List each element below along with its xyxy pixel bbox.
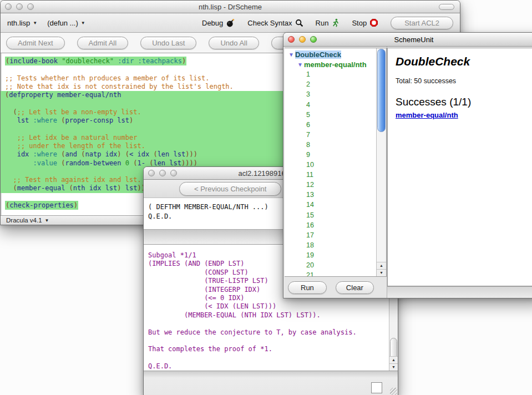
start-acl2-button[interactable]: Start ACL2 <box>391 17 453 29</box>
tree-item[interactable]: 11 <box>285 170 377 180</box>
run-button[interactable]: Run <box>316 18 340 27</box>
tree-item-label: 7 <box>306 131 310 139</box>
tree-item-label: 3 <box>306 90 310 98</box>
stop-button[interactable]: Stop <box>352 18 378 27</box>
proof-line <box>148 320 398 328</box>
resize-grip[interactable] <box>390 388 397 395</box>
bomb-icon <box>226 18 235 27</box>
runner-icon <box>331 18 340 27</box>
tree-item[interactable]: 20 <box>285 260 377 270</box>
zoom-button[interactable] <box>27 3 34 10</box>
tree-item-label: 14 <box>306 201 314 209</box>
tree-item-label: 15 <box>306 211 314 219</box>
scroll-down-arrow[interactable]: ▼ <box>389 363 398 371</box>
tree-item[interactable]: 18 <box>285 240 377 250</box>
schemeunit-titlebar[interactable]: SchemeUnit <box>283 33 532 47</box>
tree-item[interactable]: 15 <box>285 210 377 220</box>
zoom-button[interactable] <box>310 36 317 43</box>
tree-item[interactable]: 17 <box>285 230 377 240</box>
result-panel: DoubleCheck Total: 50 successes Successe… <box>388 48 532 286</box>
toolbar-collapse-button[interactable] <box>439 4 454 10</box>
tree-item[interactable]: ▼DoubleCheck <box>285 49 377 59</box>
total-successes: Total: 50 successes <box>396 77 528 85</box>
zoom-button[interactable] <box>170 170 177 176</box>
tree-item[interactable]: 7 <box>285 130 377 140</box>
close-button[interactable] <box>148 170 155 176</box>
tree-item-label: 8 <box>306 141 310 149</box>
tree-item[interactable]: ▼member-equal/nth <box>285 59 377 69</box>
window-title: nth.lisp - DrScheme <box>1 3 460 11</box>
tree-item[interactable]: 14 <box>285 200 377 210</box>
previous-checkpoint-button[interactable]: < Previous Checkpoint <box>179 182 281 196</box>
window-controls <box>148 170 177 176</box>
tree-item-label: 11 <box>306 171 313 179</box>
status-box[interactable] <box>371 382 382 393</box>
proof-line <box>148 337 398 345</box>
dracula-button[interactable]: Undo Last <box>140 37 196 49</box>
clear-button[interactable]: Clear <box>336 281 374 294</box>
close-button[interactable] <box>5 3 12 10</box>
tree-item-label: 19 <box>306 251 314 259</box>
debug-button[interactable]: Debug <box>202 18 235 27</box>
tree-item[interactable]: 3 <box>285 89 377 99</box>
tree-item[interactable]: 10 <box>285 160 377 170</box>
tree-item-label: DoubleCheck <box>295 50 341 59</box>
scrollbar-thumb[interactable] <box>377 49 386 132</box>
chevron-down-icon: ▼ <box>33 21 37 26</box>
tree-item-label: member-equal/nth <box>304 60 367 69</box>
proof-line: Q.E.D. <box>148 362 398 371</box>
defun-popup-menu[interactable]: (defun ...) ▼ <box>47 19 85 27</box>
run-tests-button[interactable]: Run <box>288 281 327 294</box>
tree-item[interactable]: 13 <box>285 190 377 200</box>
acl2-bottom-bar <box>144 371 398 395</box>
tree-item-label: 2 <box>306 80 310 88</box>
dracula-button[interactable]: Undo All <box>209 37 259 49</box>
successes-heading: Successes (1/1) <box>396 96 528 108</box>
tree-item[interactable]: 19 <box>285 250 377 260</box>
check-syntax-button[interactable]: Check Syntax <box>247 19 303 27</box>
tree-item[interactable]: 9 <box>285 150 377 160</box>
test-suite-link[interactable]: member-equal/nth <box>396 111 458 119</box>
stop-sign-icon <box>369 18 378 27</box>
tree-item-label: 18 <box>306 241 314 249</box>
tree-item[interactable]: 8 <box>285 140 377 150</box>
tree-item[interactable]: 2 <box>285 79 377 89</box>
tree-item[interactable]: 16 <box>285 220 377 230</box>
schemeunit-window: SchemeUnit ▼DoubleCheck▼member-equal/nth… <box>283 32 532 298</box>
tree-item-label: 12 <box>306 181 314 189</box>
dracula-version-menu[interactable]: Dracula v4.1 <box>6 217 42 224</box>
scroll-up-arrow[interactable]: ▲ <box>389 356 398 363</box>
file-popup-menu[interactable]: nth.lisp ▼ <box>7 19 37 27</box>
scroll-down-arrow[interactable]: ▼ <box>377 269 386 276</box>
proof-line: (< IDX (LEN LST))) <box>148 302 398 311</box>
tree-item[interactable]: 1 <box>285 69 377 79</box>
tree-vertical-scrollbar[interactable]: ▲ ▼ <box>376 48 386 276</box>
disclosure-triangle-icon[interactable]: ▼ <box>297 62 303 68</box>
minimize-button[interactable] <box>16 3 23 10</box>
dracula-button[interactable]: Admit Next <box>6 37 65 49</box>
tree-item[interactable]: 12 <box>285 180 377 190</box>
proof-line: (MEMBER-EQUAL (NTH IDX LST) LST)). <box>148 311 398 320</box>
tree-item-label: 1 <box>306 70 310 78</box>
schemeunit-bottom-strip <box>387 286 532 298</box>
result-heading: DoubleCheck <box>396 55 528 68</box>
tree-item-label: 17 <box>306 231 314 239</box>
tree-item[interactable]: 5 <box>285 110 377 120</box>
tree-item[interactable]: 21 <box>285 270 377 277</box>
dracula-button[interactable]: Admit All <box>77 37 129 49</box>
tree-item[interactable]: 4 <box>285 99 377 109</box>
test-tree-pane[interactable]: ▼DoubleCheck▼member-equal/nth12345678910… <box>285 48 387 277</box>
tree-item-label: 5 <box>306 111 310 119</box>
minimize-button[interactable] <box>299 36 306 43</box>
window-title: SchemeUnit <box>283 36 532 44</box>
disclosure-triangle-icon[interactable]: ▼ <box>288 52 294 58</box>
scroll-up-arrow[interactable]: ▲ <box>377 262 386 269</box>
chevron-down-icon: ▼ <box>45 218 49 223</box>
window-controls <box>288 36 317 43</box>
proof-line <box>148 354 398 362</box>
minimize-button[interactable] <box>159 170 166 176</box>
drscheme-titlebar[interactable]: nth.lisp - DrScheme <box>1 1 460 13</box>
tree-item-label: 13 <box>306 191 314 199</box>
close-button[interactable] <box>288 36 295 43</box>
tree-item[interactable]: 6 <box>285 120 377 130</box>
